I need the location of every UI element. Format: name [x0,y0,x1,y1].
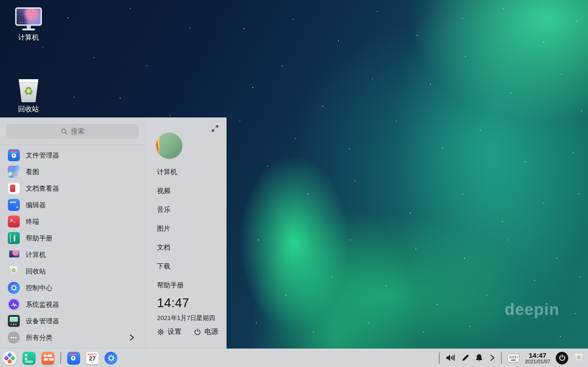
desktop-icon-computer[interactable]: 计算机 [9,7,48,42]
fullscreen-expand-icon[interactable] [211,125,219,132]
launcher-app-list-pane: 搜索 文件管理器 看图 文档查看器 编辑器 终端 [0,117,145,349]
launcher-app-device-manager[interactable]: 设备管理器 [0,313,145,329]
shortcut-help-manual[interactable]: 帮助手册 [157,281,184,290]
search-icon [61,128,68,135]
launcher-icon[interactable] [3,351,17,365]
shortcut-videos[interactable]: 视频 [157,186,184,196]
launcher-clock-time: 14:47 [157,296,189,310]
search-placeholder: 搜索 [71,127,85,136]
gear-icon [157,328,164,336]
launcher-clock-date: 2021年1月7日星期四 [157,314,215,322]
shortcut-downloads[interactable]: 下载 [157,262,184,271]
calendar-icon[interactable]: MARCH 27 [86,352,99,364]
settings-button[interactable]: 设置 [157,327,181,336]
search-input[interactable]: 搜索 [6,124,139,139]
app-list: 文件管理器 看图 文档查看器 编辑器 终端 帮助手册 [0,147,145,346]
desktop-icon-label: 回收站 [9,105,48,114]
desktop-icon-trash[interactable]: ♻ 回收站 [9,78,48,114]
power-button[interactable]: 电源 [194,327,218,336]
dock: MARCH 27 [0,349,588,367]
device-manager-icon [8,315,20,327]
star-field [0,0,1,1]
control-center-icon [8,282,20,294]
chevron-right-icon [128,334,135,341]
dock-separator [501,352,502,364]
trash-icon: ♻ [17,78,41,102]
launcher-app-trash[interactable]: ♻ 回收站 [0,263,145,280]
multitasking-view-icon[interactable] [23,352,35,365]
pen-icon[interactable] [461,354,469,362]
shutdown-icon[interactable] [556,352,568,364]
launcher-panel: 搜索 文件管理器 看图 文档查看器 编辑器 终端 [0,117,227,349]
notification-bell-icon[interactable] [475,353,483,362]
file-manager-icon [8,149,20,161]
trash-icon: ♻ [8,265,20,277]
launcher-app-document-viewer[interactable]: 文档查看器 [0,180,145,197]
shortcut-pictures[interactable]: 图片 [157,224,184,233]
dock-app-area: MARCH 27 [0,351,117,365]
launcher-app-terminal[interactable]: 终端 [0,213,145,230]
launcher-app-text-editor[interactable]: 编辑器 [0,197,145,213]
terminal-icon [8,216,20,227]
document-viewer-icon [8,182,20,194]
dock-clock[interactable]: 14:47 2021/01/07 [525,352,550,364]
app-store-icon[interactable] [41,352,54,365]
shortcut-music[interactable]: 音乐 [157,205,184,215]
launcher-app-file-manager[interactable]: 文件管理器 [0,147,145,163]
launcher-all-categories[interactable]: ••• 所有分类 [0,329,145,346]
launcher-shortcut-pane: 计算机 视频 音乐 图片 文档 下载 帮助手册 14:47 2021年1月7日星… [145,117,227,349]
trash-icon[interactable]: ♻ [574,352,584,363]
volume-icon[interactable] [445,353,455,362]
system-monitor-icon [8,298,20,310]
file-manager-icon[interactable] [67,352,80,365]
control-center-icon[interactable] [105,352,117,365]
dock-tray-area: 14:47 2021/01/07 ♻ [439,352,588,364]
user-avatar[interactable] [156,133,182,159]
launcher-app-system-monitor[interactable]: 系统监视器 [0,296,145,313]
dock-separator [60,352,61,364]
onboard-keyboard-icon[interactable] [507,354,519,362]
launcher-app-computer[interactable]: 计算机 [0,246,145,263]
computer-icon [15,7,42,30]
tray-expand-chevron-icon[interactable] [489,354,495,361]
desktop-icon-label: 计算机 [9,33,48,42]
text-editor-icon [8,199,20,211]
deepin-watermark: deepin [505,300,559,319]
launcher-app-help-manual[interactable]: 帮助手册 [0,230,145,246]
all-categories-icon: ••• [8,332,20,344]
help-manual-icon [8,232,20,244]
shortcut-documents[interactable]: 文档 [157,243,184,252]
launcher-app-image-viewer[interactable]: 看图 [0,163,145,180]
power-icon [194,328,201,336]
launcher-app-control-center[interactable]: 控制中心 [0,280,145,296]
image-viewer-icon [8,166,20,178]
divider [0,145,145,145]
shortcut-computer[interactable]: 计算机 [157,168,184,177]
shortcut-list: 计算机 视频 音乐 图片 文档 下载 帮助手册 [157,168,184,300]
computer-icon [8,249,20,261]
dock-separator [439,352,440,364]
